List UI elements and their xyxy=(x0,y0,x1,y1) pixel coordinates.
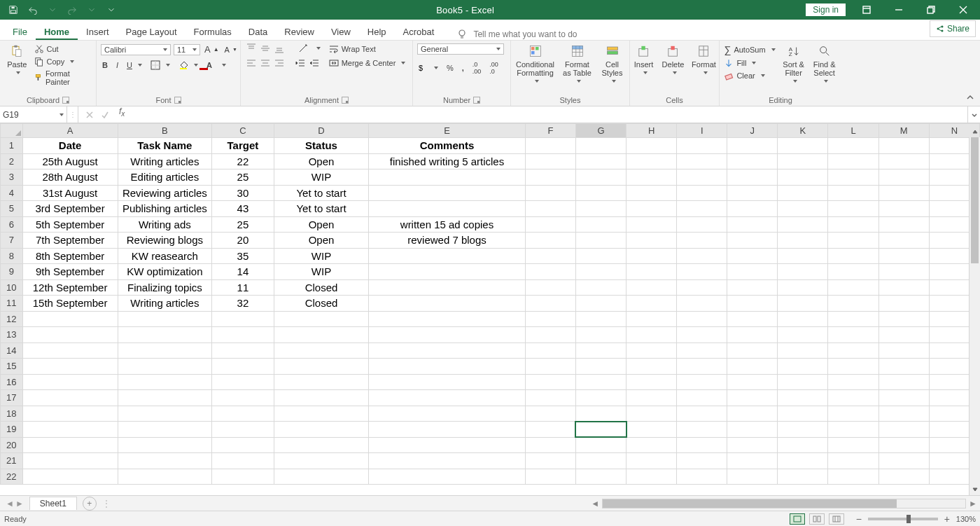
select-all[interactable] xyxy=(1,124,23,138)
col-header-J[interactable]: J xyxy=(727,124,778,138)
cell-C2[interactable]: 22 xyxy=(212,153,274,169)
cell-I12[interactable] xyxy=(677,311,727,327)
orientation-icon[interactable] xyxy=(298,43,309,53)
cell-J2[interactable] xyxy=(727,153,778,169)
row-header-14[interactable]: 14 xyxy=(1,342,23,359)
cell-F3[interactable] xyxy=(525,169,575,186)
cell-A2[interactable]: 25th August xyxy=(22,153,118,169)
italic-button[interactable]: I xyxy=(115,60,120,70)
cell-G12[interactable] xyxy=(575,311,626,327)
cell-K1[interactable] xyxy=(778,138,828,154)
cell-A10[interactable]: 12th September xyxy=(22,279,118,296)
cell-F14[interactable] xyxy=(525,342,575,359)
row-header-16[interactable]: 16 xyxy=(1,374,23,390)
enter-icon[interactable] xyxy=(101,111,109,119)
paste-button[interactable]: Paste xyxy=(4,43,30,76)
cell-E21[interactable] xyxy=(369,453,526,469)
cell-I18[interactable] xyxy=(677,406,727,422)
cell-M21[interactable] xyxy=(878,453,929,469)
tab-acrobat[interactable]: Acrobat xyxy=(395,22,443,40)
col-header-H[interactable]: H xyxy=(626,124,677,138)
cell-K3[interactable] xyxy=(778,169,828,186)
conditional-formatting-button[interactable]: Conditional Formatting xyxy=(514,43,556,84)
cell-B8[interactable]: KW reasearch xyxy=(118,248,211,264)
cell-L13[interactable] xyxy=(828,327,878,343)
align-left-icon[interactable] xyxy=(246,59,256,69)
cell-F9[interactable] xyxy=(525,264,575,280)
cell-H2[interactable] xyxy=(626,153,677,169)
cell-E13[interactable] xyxy=(369,327,526,343)
redo-dropdown-icon[interactable] xyxy=(83,1,101,18)
cell-K17[interactable] xyxy=(778,390,828,406)
row-header-15[interactable]: 15 xyxy=(1,359,23,375)
cell-M5[interactable] xyxy=(878,201,929,217)
cell-L3[interactable] xyxy=(828,169,878,186)
cell-A3[interactable]: 28th August xyxy=(22,169,118,186)
percent-icon[interactable]: % xyxy=(445,63,455,73)
sort-filter-button[interactable]: AZSort & Filter xyxy=(780,43,808,84)
cell-J22[interactable] xyxy=(727,469,778,485)
cell-A18[interactable] xyxy=(22,406,118,422)
cell-D22[interactable] xyxy=(274,469,368,485)
cell-B1[interactable]: Task Name xyxy=(118,138,211,154)
cell-I17[interactable] xyxy=(677,390,727,406)
cell-D17[interactable] xyxy=(274,390,368,406)
row-header-19[interactable]: 19 xyxy=(1,422,23,438)
cell-C4[interactable]: 30 xyxy=(212,185,274,201)
cell-L6[interactable] xyxy=(828,216,878,233)
cell-M20[interactable] xyxy=(878,437,929,453)
cell-J19[interactable] xyxy=(727,422,778,438)
cell-G20[interactable] xyxy=(575,437,626,453)
cell-H8[interactable] xyxy=(626,248,677,264)
cell-J9[interactable] xyxy=(727,264,778,280)
cell-L12[interactable] xyxy=(828,311,878,327)
cell-E12[interactable] xyxy=(369,311,526,327)
cell-C1[interactable]: Target xyxy=(212,138,274,154)
cell-E16[interactable] xyxy=(369,374,526,390)
worksheet-grid[interactable]: ABCDEFGHIJKLMN1DateTask NameTargetStatus… xyxy=(0,123,980,495)
cell-D13[interactable] xyxy=(274,327,368,343)
cell-M22[interactable] xyxy=(878,469,929,485)
collapse-ribbon-icon[interactable] xyxy=(966,93,976,103)
borders-button[interactable] xyxy=(149,60,172,71)
cell-B15[interactable] xyxy=(118,359,211,375)
cell-K6[interactable] xyxy=(778,216,828,233)
dialog-launcher-icon[interactable] xyxy=(62,97,69,104)
tab-help[interactable]: Help xyxy=(359,22,395,40)
tab-view[interactable]: View xyxy=(323,22,359,40)
qat-customize-icon[interactable] xyxy=(102,1,120,18)
sheet-tab[interactable]: Sheet1 xyxy=(29,497,77,510)
cell-C6[interactable]: 25 xyxy=(212,216,274,233)
scroll-thumb[interactable] xyxy=(971,137,979,263)
cell-J16[interactable] xyxy=(727,374,778,390)
number-format-select[interactable]: General xyxy=(417,43,504,55)
font-color-button[interactable]: A xyxy=(205,60,227,70)
cell-D16[interactable] xyxy=(274,374,368,390)
cell-A7[interactable]: 7th September xyxy=(22,233,118,249)
cell-E9[interactable] xyxy=(369,264,526,280)
font-size-select[interactable]: 11 xyxy=(174,44,200,55)
cell-L21[interactable] xyxy=(828,453,878,469)
cell-D7[interactable]: Open xyxy=(274,233,368,249)
row-header-13[interactable]: 13 xyxy=(1,327,23,343)
undo-icon[interactable] xyxy=(24,1,42,18)
col-header-K[interactable]: K xyxy=(778,124,828,138)
cell-C20[interactable] xyxy=(212,437,274,453)
cell-F4[interactable] xyxy=(525,185,575,201)
tell-me[interactable]: Tell me what you want to do xyxy=(456,29,577,40)
cell-M15[interactable] xyxy=(878,359,929,375)
cell-G8[interactable] xyxy=(575,248,626,264)
dialog-launcher-icon[interactable] xyxy=(473,97,480,104)
cell-G17[interactable] xyxy=(575,390,626,406)
scroll-down-icon[interactable] xyxy=(969,484,980,495)
dialog-launcher-icon[interactable] xyxy=(174,97,181,104)
cell-A14[interactable] xyxy=(22,342,118,359)
cell-L2[interactable] xyxy=(828,153,878,169)
format-as-table-button[interactable]: Format as Table xyxy=(559,43,596,84)
cell-M18[interactable] xyxy=(878,406,929,422)
normal-view-icon[interactable] xyxy=(790,513,805,525)
cell-M16[interactable] xyxy=(878,374,929,390)
increase-indent-icon[interactable] xyxy=(309,59,319,69)
cell-E20[interactable] xyxy=(369,437,526,453)
cell-D12[interactable] xyxy=(274,311,368,327)
